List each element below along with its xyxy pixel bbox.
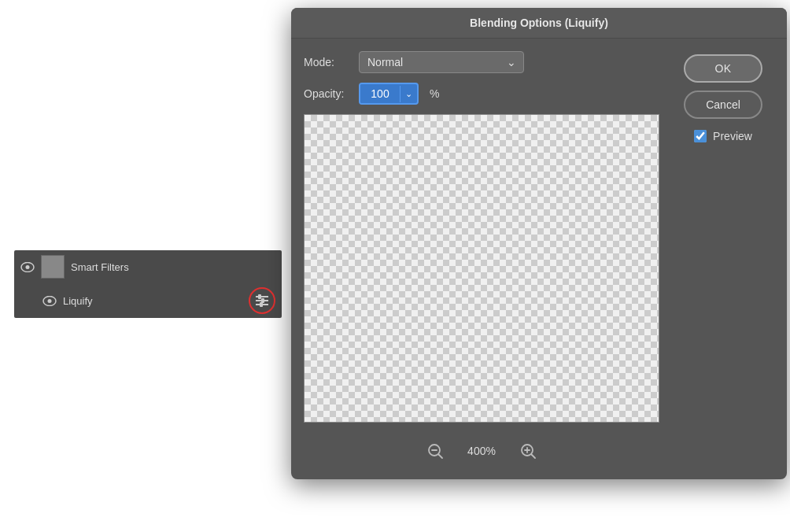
mode-label: Mode: (304, 56, 351, 68)
zoom-bar: 400% (304, 432, 659, 467)
opacity-percent: % (430, 87, 439, 100)
blending-options-dialog: Blending Options (Liquify) Mode: Normal … (291, 8, 787, 479)
dialog-title: Blending Options (Liquify) (470, 17, 608, 29)
liquify-row: Liquify (14, 283, 282, 318)
opacity-input[interactable] (360, 84, 400, 103)
zoom-out-button[interactable] (424, 440, 446, 462)
dialog-left: Mode: Normal Dissolve Multiply Screen Ov… (304, 51, 659, 467)
layers-panel: Smart Filters Liquify (14, 250, 282, 318)
liquify-label: Liquify (63, 295, 242, 307)
preview-label: Preview (713, 130, 752, 142)
svg-line-6 (439, 455, 443, 459)
zoom-in-button[interactable] (517, 440, 539, 462)
opacity-row: Opacity: ⌄ % (304, 83, 659, 105)
svg-line-10 (532, 455, 536, 459)
layer-thumbnail (41, 255, 65, 279)
filter-options-button[interactable] (249, 287, 275, 314)
preview-checkbox[interactable] (694, 130, 707, 142)
smart-filters-label: Smart Filters (71, 261, 275, 273)
smart-filters-row: Smart Filters (14, 250, 282, 283)
sliders-icon (256, 296, 268, 305)
preview-row: Preview (694, 130, 752, 142)
mode-select[interactable]: Normal Dissolve Multiply Screen Overlay (359, 51, 524, 73)
cancel-button[interactable]: Cancel (684, 91, 762, 119)
svg-point-1 (26, 265, 30, 269)
dialog-body: Mode: Normal Dissolve Multiply Screen Ov… (291, 39, 787, 479)
visibility-icon[interactable] (20, 261, 35, 272)
dialog-titlebar: Blending Options (Liquify) (291, 8, 787, 39)
mode-select-wrapper: Normal Dissolve Multiply Screen Overlay (359, 51, 524, 73)
opacity-dropdown-button[interactable]: ⌄ (400, 86, 417, 102)
svg-point-3 (48, 299, 52, 303)
mode-row: Mode: Normal Dissolve Multiply Screen Ov… (304, 51, 659, 73)
ok-button[interactable]: OK (684, 54, 762, 83)
canvas-area (304, 114, 659, 423)
liquify-visibility-icon[interactable] (42, 295, 57, 306)
opacity-label: Opacity: (304, 87, 351, 100)
checkerboard (305, 115, 659, 422)
opacity-input-wrapper: ⌄ (359, 83, 419, 105)
zoom-level: 400% (462, 445, 501, 457)
dialog-right: OK Cancel Preview (672, 51, 774, 467)
